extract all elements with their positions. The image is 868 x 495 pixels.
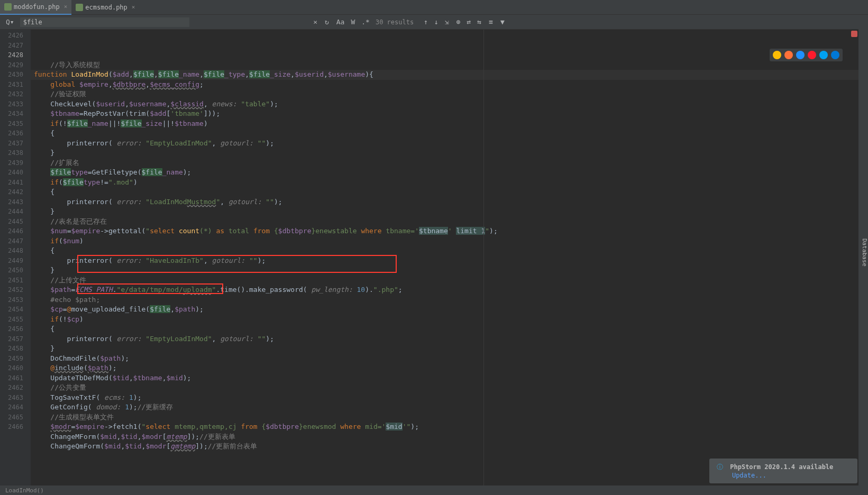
tab-label: moddofun.php [14, 3, 60, 11]
firefox-icon[interactable] [784, 51, 793, 59]
php-file-icon [4, 3, 12, 11]
toggle-icon[interactable]: ⇆ [476, 18, 483, 26]
breadcrumb[interactable]: LoadInMod() [5, 487, 44, 494]
tab-moddofun[interactable]: moddofun.php × [0, 0, 71, 15]
find-bar: Q▾ × ↻ Aa W .* 30 results ↑ ↓ ⇲ ⊕ ⇄ ⇆ ≡ … [0, 15, 868, 30]
editor-area: 2426242724282429243024312432243324342435… [0, 30, 868, 485]
toggle-icon[interactable]: ⇄ [465, 18, 472, 26]
tab-ecmsmod[interactable]: ecmsmod.php × [71, 0, 139, 15]
settings-icon[interactable]: ≡ [487, 18, 495, 26]
history-icon[interactable]: ↻ [323, 18, 331, 26]
right-margin-line [483, 30, 484, 485]
update-notification[interactable]: ⓘ PhpStorm 2020.1.4 available Update... [709, 459, 857, 483]
safari-icon[interactable] [796, 51, 805, 59]
status-bar: LoadInMod() [0, 485, 868, 495]
php-file-icon [76, 4, 83, 11]
prev-match-icon[interactable]: ↑ [422, 18, 430, 26]
error-stripe-icon[interactable] [851, 31, 857, 37]
editor-tabs: moddofun.php × ecmsmod.php × [0, 0, 868, 15]
add-selection-icon[interactable]: ⊕ [455, 18, 462, 26]
search-results-count: 30 results [376, 19, 414, 26]
browser-icons-bar [770, 49, 843, 61]
regex-icon[interactable]: .* [360, 18, 371, 26]
match-case-icon[interactable]: Aa [335, 18, 346, 26]
ie-icon[interactable] [819, 51, 828, 59]
info-icon: ⓘ [717, 463, 723, 471]
opera-icon[interactable] [808, 51, 816, 59]
words-icon[interactable]: W [349, 18, 357, 26]
select-all-icon[interactable]: ⇲ [443, 18, 451, 26]
search-input[interactable] [20, 17, 189, 27]
line-gutter: 2426242724282429243024312432243324342435… [0, 30, 31, 485]
clear-icon[interactable]: × [312, 18, 319, 26]
next-match-icon[interactable]: ↓ [433, 18, 440, 26]
tab-label: ecmsmod.php [85, 4, 127, 11]
database-tool-window-tab[interactable]: Database [858, 15, 868, 485]
chrome-icon[interactable] [773, 51, 781, 59]
code-editor[interactable]: //导入系统模型function LoadInMod($add,$file,$f… [31, 30, 861, 485]
edge-icon[interactable] [831, 51, 839, 59]
close-icon[interactable]: × [64, 3, 68, 10]
search-icon[interactable]: Q▾ [4, 18, 16, 26]
notification-title: PhpStorm 2020.1.4 available [730, 463, 833, 471]
close-icon[interactable]: × [132, 4, 135, 11]
filter-icon[interactable]: ▼ [499, 18, 506, 26]
update-link[interactable]: Update... [732, 472, 766, 479]
